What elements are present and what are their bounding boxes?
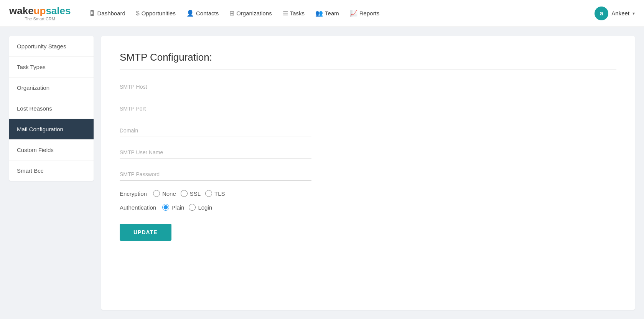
encryption-none-radio[interactable] xyxy=(153,190,160,197)
logo-tagline: The Smart CRM xyxy=(9,17,71,21)
nav-tasks-label: Tasks xyxy=(290,10,305,17)
sidebar-label: Mail Configuration xyxy=(17,126,63,132)
nav-contacts[interactable]: 👤 Contacts xyxy=(186,8,219,18)
update-button[interactable]: UPDATE xyxy=(120,224,171,241)
sidebar-label: Custom Fields xyxy=(17,147,54,153)
nav-organizations-label: Organizations xyxy=(236,10,272,17)
team-icon: 👥 xyxy=(315,10,323,17)
reports-icon: 📈 xyxy=(350,10,357,17)
user-menu[interactable]: a Ankeet ▾ xyxy=(595,7,635,20)
auth-login-radio[interactable] xyxy=(189,204,196,211)
header: wakeupsales The Smart CRM 🎛 Dashboard $ … xyxy=(0,0,644,27)
nav-opportunities-label: Opportunities xyxy=(142,10,176,17)
auth-plain-option[interactable]: Plain xyxy=(162,204,184,211)
nav-team[interactable]: 👥 Team xyxy=(315,8,339,18)
encryption-none-option[interactable]: None xyxy=(153,190,176,197)
domain-input[interactable] xyxy=(120,124,311,137)
sidebar-label: Lost Reasons xyxy=(17,105,52,112)
sidebar-item-smart-bcc[interactable]: Smart Bcc xyxy=(9,160,94,181)
user-name: Ankeet xyxy=(611,10,629,17)
contacts-icon: 👤 xyxy=(186,10,194,17)
nav-contacts-label: Contacts xyxy=(196,10,219,17)
smtp-username-input[interactable] xyxy=(120,146,311,159)
logo-up: up xyxy=(34,5,46,17)
encryption-ssl-option[interactable]: SSL xyxy=(181,190,201,197)
nav-team-label: Team xyxy=(325,10,339,17)
encryption-ssl-label: SSL xyxy=(190,190,201,197)
nav-dashboard[interactable]: 🎛 Dashboard xyxy=(89,8,125,18)
logo: wakeupsales The Smart CRM xyxy=(9,5,71,21)
logo-sales: sales xyxy=(46,5,71,17)
encryption-none-label: None xyxy=(162,190,176,197)
smtp-username-group xyxy=(120,146,616,159)
encryption-group: Encryption None SSL TLS xyxy=(120,190,616,197)
sidebar-label: Smart Bcc xyxy=(17,167,43,174)
sidebar-item-mail-configuration[interactable]: Mail Configuration xyxy=(9,119,94,140)
page-title: SMTP Configuration: xyxy=(120,51,616,63)
title-divider xyxy=(120,69,616,70)
chevron-down-icon: ▾ xyxy=(632,11,635,16)
sidebar-item-organization[interactable]: Organization xyxy=(9,78,94,98)
nav-opportunities[interactable]: $ Opportunities xyxy=(136,8,176,18)
nav-reports-label: Reports xyxy=(359,10,380,17)
smtp-port-group xyxy=(120,102,616,115)
logo-wake: wake xyxy=(9,5,34,17)
sidebar-item-lost-reasons[interactable]: Lost Reasons xyxy=(9,98,94,119)
encryption-tls-option[interactable]: TLS xyxy=(205,190,225,197)
auth-plain-label: Plain xyxy=(171,204,184,211)
sidebar-item-task-types[interactable]: Task Types xyxy=(9,57,94,78)
sidebar-item-opportunity-stages[interactable]: Opportunity Stages xyxy=(9,36,94,57)
domain-group xyxy=(120,124,616,137)
main-nav: 🎛 Dashboard $ Opportunities 👤 Contacts ⊞… xyxy=(89,8,595,18)
sidebar-label: Organization xyxy=(17,84,49,91)
authentication-group: Authentication Plain Login xyxy=(120,204,616,211)
nav-reports[interactable]: 📈 Reports xyxy=(350,8,380,18)
logo-text: wakeupsales xyxy=(9,5,71,17)
smtp-password-group xyxy=(120,168,616,181)
nav-dashboard-label: Dashboard xyxy=(97,10,125,17)
avatar: a xyxy=(595,7,608,20)
sidebar-item-custom-fields[interactable]: Custom Fields xyxy=(9,140,94,160)
nav-tasks[interactable]: ☰ Tasks xyxy=(283,8,305,18)
main-content: SMTP Configuration: Encryption None xyxy=(101,36,635,310)
encryption-label: Encryption xyxy=(120,190,147,197)
tasks-icon: ☰ xyxy=(283,10,288,17)
sidebar-label: Task Types xyxy=(17,64,46,70)
nav-organizations[interactable]: ⊞ Organizations xyxy=(229,8,272,18)
encryption-tls-label: TLS xyxy=(214,190,225,197)
organizations-icon: ⊞ xyxy=(229,10,234,17)
sidebar: Opportunity Stages Task Types Organizati… xyxy=(9,36,94,181)
main-layout: Opportunity Stages Task Types Organizati… xyxy=(0,27,644,319)
dashboard-icon: 🎛 xyxy=(89,10,95,17)
sidebar-label: Opportunity Stages xyxy=(17,43,66,50)
authentication-label: Authentication xyxy=(120,204,156,211)
opportunities-icon: $ xyxy=(136,10,140,17)
smtp-host-input[interactable] xyxy=(120,81,311,93)
auth-login-option[interactable]: Login xyxy=(189,204,212,211)
auth-plain-radio[interactable] xyxy=(162,204,169,211)
smtp-host-group xyxy=(120,81,616,93)
auth-login-label: Login xyxy=(198,204,212,211)
smtp-password-input[interactable] xyxy=(120,168,311,181)
encryption-tls-radio[interactable] xyxy=(205,190,212,197)
encryption-ssl-radio[interactable] xyxy=(181,190,188,197)
smtp-port-input[interactable] xyxy=(120,102,311,115)
